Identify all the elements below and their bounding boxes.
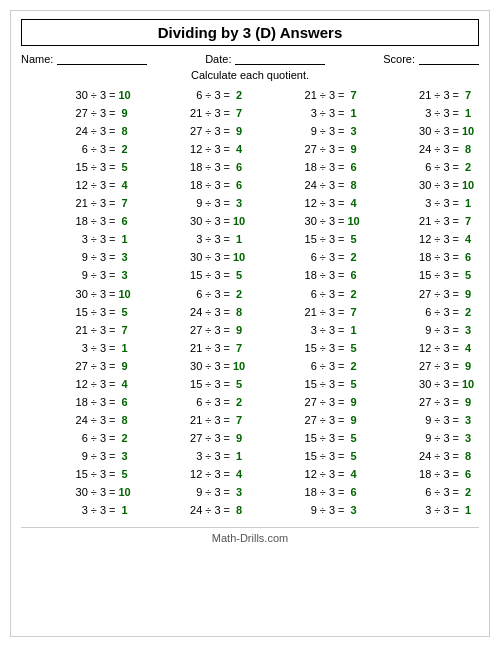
problem-row: 15 ÷ 3 = 5 [365, 267, 480, 284]
answer-value: 10 [232, 358, 246, 375]
problem-row: 21 ÷ 3 = 7 [250, 87, 365, 104]
problem-text: 6 ÷ 3 = [82, 430, 116, 447]
problem-text: 30 ÷ 3 = [190, 249, 230, 266]
problem-row: 30 ÷ 3 = 10 [365, 376, 480, 393]
problem-text: 9 ÷ 3 = [82, 448, 116, 465]
problem-row: 9 ÷ 3 = 3 [136, 484, 251, 501]
problem-row: 15 ÷ 3 = 5 [250, 448, 365, 465]
answer-value: 5 [118, 466, 132, 483]
problem-text: 18 ÷ 3 = [76, 394, 116, 411]
problem-text: 21 ÷ 3 = [76, 322, 116, 339]
problem-row: 21 ÷ 3 = 7 [136, 412, 251, 429]
problem-text: 6 ÷ 3 = [196, 394, 230, 411]
problem-text: 21 ÷ 3 = [419, 87, 459, 104]
problem-row: 30 ÷ 3 = 10 [365, 177, 480, 194]
answer-value: 4 [118, 376, 132, 393]
answer-value: 1 [461, 105, 475, 122]
problem-text: 24 ÷ 3 = [190, 304, 230, 321]
problem-row: 27 ÷ 3 = 9 [365, 286, 480, 303]
problem-text: 15 ÷ 3 = [305, 340, 345, 357]
problem-row: 27 ÷ 3 = 9 [136, 123, 251, 140]
problem-row: 6 ÷ 3 = 2 [365, 484, 480, 501]
problem-row: 18 ÷ 3 = 6 [250, 484, 365, 501]
problem-text: 3 ÷ 3 = [196, 231, 230, 248]
problem-row: 18 ÷ 3 = 6 [250, 159, 365, 176]
answer-value: 3 [461, 430, 475, 447]
answer-value: 6 [347, 159, 361, 176]
answer-value: 2 [118, 430, 132, 447]
problem-text: 30 ÷ 3 = [419, 123, 459, 140]
problem-row: 15 ÷ 3 = 5 [250, 340, 365, 357]
problem-text: 30 ÷ 3 = [419, 376, 459, 393]
answer-value: 3 [118, 267, 132, 284]
answer-value: 9 [232, 123, 246, 140]
answer-value: 8 [232, 502, 246, 519]
problem-text: 24 ÷ 3 = [76, 412, 116, 429]
score-underline [419, 52, 479, 65]
answer-value: 7 [461, 87, 475, 104]
problem-text: 9 ÷ 3 = [196, 484, 230, 501]
name-underline [57, 52, 147, 65]
problem-text: 15 ÷ 3 = [305, 231, 345, 248]
answer-value: 10 [461, 123, 475, 140]
problem-row: 15 ÷ 3 = 5 [136, 376, 251, 393]
answer-value: 5 [118, 304, 132, 321]
problem-row: 24 ÷ 3 = 8 [136, 502, 251, 519]
name-label: Name: [21, 53, 53, 65]
problem-text: 6 ÷ 3 = [311, 249, 345, 266]
answer-value: 6 [461, 466, 475, 483]
answer-value: 3 [118, 249, 132, 266]
problem-row: 21 ÷ 3 = 7 [365, 213, 480, 230]
problem-text: 15 ÷ 3 = [190, 376, 230, 393]
problem-text: 27 ÷ 3 = [76, 105, 116, 122]
problem-row: 3 ÷ 3 = 1 [21, 231, 136, 248]
problem-row: 15 ÷ 3 = 5 [250, 376, 365, 393]
answer-value: 9 [347, 412, 361, 429]
answer-value: 1 [347, 322, 361, 339]
problem-text: 30 ÷ 3 = [76, 484, 116, 501]
problem-text: 3 ÷ 3 = [196, 448, 230, 465]
problem-row: 3 ÷ 3 = 1 [21, 340, 136, 357]
problem-text: 15 ÷ 3 = [305, 430, 345, 447]
problem-row: 9 ÷ 3 = 3 [365, 412, 480, 429]
problem-row: 9 ÷ 3 = 3 [21, 267, 136, 284]
answer-value: 3 [118, 448, 132, 465]
answer-value: 2 [347, 358, 361, 375]
answer-value: 7 [461, 213, 475, 230]
problem-row: 24 ÷ 3 = 8 [365, 141, 480, 158]
answer-value: 6 [232, 177, 246, 194]
footer: Math-Drills.com [21, 527, 479, 544]
problem-text: 6 ÷ 3 = [311, 358, 345, 375]
problem-text: 3 ÷ 3 = [82, 340, 116, 357]
problem-row: 15 ÷ 3 = 5 [136, 267, 251, 284]
problem-text: 3 ÷ 3 = [425, 195, 459, 212]
answer-value: 3 [347, 502, 361, 519]
problem-text: 3 ÷ 3 = [311, 105, 345, 122]
problem-row: 27 ÷ 3 = 9 [365, 394, 480, 411]
problem-row: 30 ÷ 3 = 10 [136, 358, 251, 375]
problem-row: 6 ÷ 3 = 2 [250, 249, 365, 266]
problem-row: 3 ÷ 3 = 1 [136, 448, 251, 465]
answer-value: 10 [118, 286, 132, 303]
problem-text: 15 ÷ 3 = [190, 267, 230, 284]
problem-text: 12 ÷ 3 = [419, 231, 459, 248]
problem-text: 24 ÷ 3 = [419, 141, 459, 158]
problem-text: 27 ÷ 3 = [76, 358, 116, 375]
score-label: Score: [383, 53, 415, 65]
problem-text: 30 ÷ 3 = [190, 358, 230, 375]
answer-value: 7 [347, 304, 361, 321]
answer-value: 2 [118, 141, 132, 158]
answer-value: 1 [118, 502, 132, 519]
problem-text: 12 ÷ 3 = [76, 177, 116, 194]
problem-row: 9 ÷ 3 = 3 [365, 322, 480, 339]
problem-text: 27 ÷ 3 = [305, 394, 345, 411]
problem-text: 3 ÷ 3 = [311, 322, 345, 339]
problem-row: 12 ÷ 3 = 4 [250, 195, 365, 212]
answer-value: 3 [232, 484, 246, 501]
problem-text: 6 ÷ 3 = [425, 304, 459, 321]
answer-value: 7 [232, 340, 246, 357]
answer-value: 6 [347, 484, 361, 501]
answer-value: 9 [347, 141, 361, 158]
header-row: Name: Date: Score: [21, 52, 479, 65]
answer-value: 1 [461, 502, 475, 519]
